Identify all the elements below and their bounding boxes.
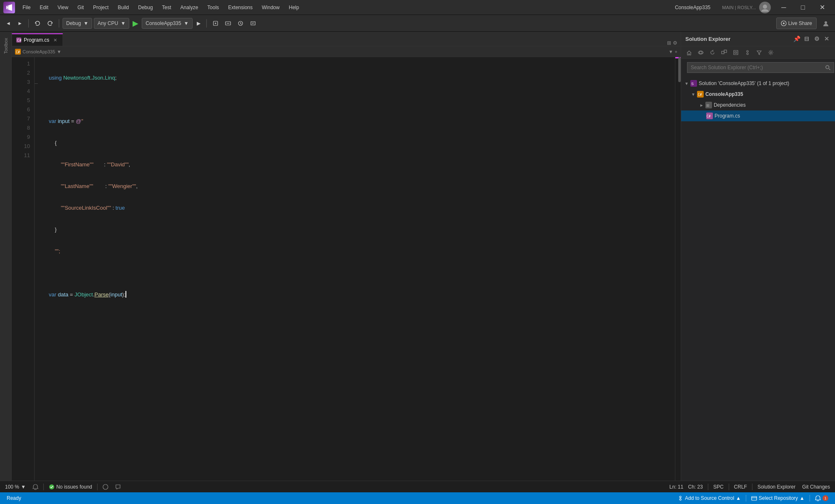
menu-help[interactable]: Help xyxy=(285,3,303,12)
ready-status[interactable]: Ready xyxy=(3,492,25,504)
svg-point-7 xyxy=(825,21,827,24)
source-control-icon xyxy=(677,495,683,501)
ln-col-status[interactable]: Ln: 11 Ch: 23 xyxy=(668,481,705,493)
maximize-button[interactable]: □ xyxy=(793,0,812,15)
zoom-level[interactable]: 100 % ▼ xyxy=(3,481,28,493)
svg-text:C#: C# xyxy=(698,93,702,97)
se-icon-pin[interactable]: 📌 xyxy=(792,35,801,43)
se-icon-dock[interactable]: ⊟ xyxy=(802,35,811,43)
ready-text: Ready xyxy=(7,495,21,501)
menu-test[interactable]: Test xyxy=(158,3,176,12)
debug-config-dropdown[interactable]: Debug ▼ xyxy=(63,18,92,29)
run-target-dropdown[interactable]: ConsoleApp335 ▼ xyxy=(142,18,192,29)
tree-item-project[interactable]: ▼ C# ConsoleApp335 xyxy=(681,89,835,100)
fold-empty-1 xyxy=(35,60,42,70)
tree-item-solution[interactable]: ▼ S Solution 'ConsoleApp335' (1 of 1 pro… xyxy=(681,78,835,89)
tree-item-dependencies[interactable]: ► ⊞ Dependencies xyxy=(681,100,835,110)
se-collapse-btn[interactable] xyxy=(719,47,730,58)
code-line-9: ""; xyxy=(49,246,675,256)
live-share-button[interactable]: Live Share xyxy=(776,18,817,29)
menu-analyze[interactable]: Analyze xyxy=(176,3,203,12)
tab-program-cs-active[interactable]: C# Program.cs ✕ xyxy=(12,33,63,46)
menu-debug[interactable]: Debug xyxy=(134,3,157,12)
encoding-status[interactable]: CRLF xyxy=(732,481,749,493)
add-item-button[interactable]: + xyxy=(675,49,677,54)
se-view-btn[interactable] xyxy=(695,47,706,58)
menu-git[interactable]: Git xyxy=(73,3,88,12)
menu-tools[interactable]: Tools xyxy=(203,3,223,12)
line-num-1: 1 xyxy=(12,60,30,70)
code-line-3: var input = @" xyxy=(49,116,675,125)
platform-dropdown[interactable]: Any CPU ▼ xyxy=(94,18,129,29)
se-filter-btn[interactable] xyxy=(754,47,765,58)
window-controls: ─ □ ✕ xyxy=(774,0,832,15)
menu-view[interactable]: View xyxy=(53,3,73,12)
se-home-btn[interactable] xyxy=(684,47,695,58)
filepath-right-arrow[interactable]: ▼ xyxy=(669,49,673,54)
se-icon-settings[interactable]: ⚙ xyxy=(812,35,821,43)
solution-icon: S xyxy=(690,80,697,87)
editor-container: C# Program.cs ✕ ⊞ ⚙ C# ConsoleApp335 ▼ ▼… xyxy=(12,32,681,481)
editor-scrollbar[interactable] xyxy=(675,57,681,481)
menu-bar: File Edit View Git Project Build Debug T… xyxy=(18,3,663,12)
menu-edit[interactable]: Edit xyxy=(35,3,53,12)
toolbar-extra-1[interactable] xyxy=(210,18,221,29)
menu-window[interactable]: Window xyxy=(258,3,284,12)
spaces-text: SPC xyxy=(713,484,724,490)
bottom-sep-1 xyxy=(746,495,746,501)
select-repository[interactable]: Select Repository ▲ xyxy=(748,492,808,504)
se-search-box[interactable] xyxy=(687,62,834,73)
user-avatar[interactable] xyxy=(759,2,771,13)
fold-empty-10 xyxy=(35,143,42,152)
menu-file[interactable]: File xyxy=(18,3,35,12)
no-issues[interactable]: No issues found xyxy=(47,481,94,493)
se-refresh-btn[interactable] xyxy=(707,47,718,58)
split-button[interactable]: ⊞ xyxy=(667,40,671,46)
se-search-input[interactable] xyxy=(691,65,825,70)
toolbar: ◄ ► Debug ▼ Any CPU ▼ ▶ ConsoleApp335 ▼ … xyxy=(0,15,835,32)
code-content[interactable]: using Newtonsoft.Json.Linq; var input = … xyxy=(42,57,675,481)
nav-forward-button[interactable]: ► xyxy=(15,18,25,29)
nav-back-button[interactable]: ◄ xyxy=(3,18,13,29)
tree-project-label: ConsoleApp335 xyxy=(705,91,743,97)
menu-extensions[interactable]: Extensions xyxy=(224,3,257,12)
feedback-item[interactable] xyxy=(113,481,123,493)
se-preview-btn[interactable] xyxy=(730,47,741,58)
notification-bell[interactable]: 1 xyxy=(812,492,832,504)
scrollbar-thumb[interactable] xyxy=(678,57,681,82)
minimize-button[interactable]: ─ xyxy=(774,0,793,15)
se-icon-close[interactable]: ✕ xyxy=(822,35,831,43)
se-show-all-btn[interactable] xyxy=(742,47,753,58)
notification-icon-area[interactable] xyxy=(31,481,40,493)
add-to-source-control[interactable]: Add to Source Control ▲ xyxy=(674,492,744,504)
se-settings-btn[interactable] xyxy=(765,47,776,58)
undo-button[interactable] xyxy=(32,18,43,29)
run-button[interactable]: ▶ xyxy=(131,19,140,28)
menu-project[interactable]: Project xyxy=(89,3,113,12)
toolbar-extra-3[interactable] xyxy=(235,18,246,29)
fold-icon-3[interactable]: ─ xyxy=(35,79,42,88)
svg-text:C#: C# xyxy=(707,115,711,118)
debug-config-label: Debug xyxy=(66,20,81,26)
no-issues-text: No issues found xyxy=(56,484,92,490)
git-changes-tab[interactable]: Git Changes xyxy=(800,481,832,493)
settings-button[interactable]: ⚙ xyxy=(673,40,677,46)
code-area: 1 2 3 4 5 6 7 8 9 10 11 ─ xyxy=(12,57,681,481)
csharp-icon: C# xyxy=(16,38,21,43)
run-target-label: ConsoleApp335 xyxy=(145,20,181,26)
spaces-status[interactable]: SPC xyxy=(712,481,725,493)
tab-close-active[interactable]: ✕ xyxy=(52,37,58,43)
main-rosly-label: MAIN | ROSLY... xyxy=(722,5,756,10)
tree-item-program-cs[interactable]: C# Program.cs xyxy=(681,110,835,121)
redo-button[interactable] xyxy=(45,18,55,29)
account-button[interactable] xyxy=(820,18,832,29)
toolbar-extra-2[interactable] xyxy=(223,18,233,29)
close-button[interactable]: ✕ xyxy=(812,0,832,15)
menu-build[interactable]: Build xyxy=(114,3,133,12)
line-num-9: 9 xyxy=(12,134,30,143)
toolbar-extra-4[interactable] xyxy=(248,18,258,29)
live-share-status[interactable] xyxy=(101,481,110,493)
svg-rect-14 xyxy=(724,50,727,53)
solution-explorer-tab[interactable]: Solution Explorer xyxy=(756,481,797,493)
run-debug-button[interactable]: ▶ xyxy=(194,18,203,29)
